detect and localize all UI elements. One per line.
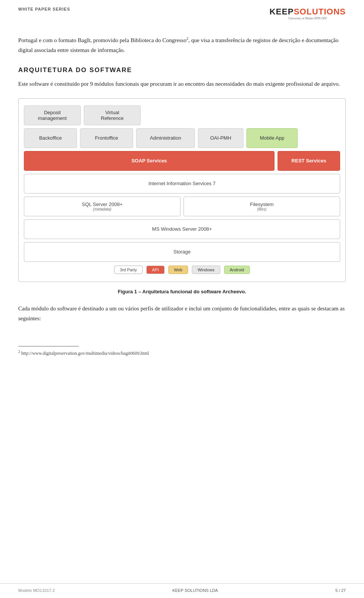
module-iis: Internet Information Services 7 bbox=[24, 174, 340, 194]
legend-api: API bbox=[146, 266, 165, 274]
section-title: Arquitetura do software bbox=[18, 66, 346, 74]
legend-windows: Windows bbox=[192, 266, 220, 274]
diagram-row-7: Storage bbox=[24, 242, 340, 262]
module-backoffice: Backoffice bbox=[24, 128, 77, 148]
fs-subtitle: (files) bbox=[257, 207, 266, 211]
sql-label: SQL Server 2008+ bbox=[82, 201, 123, 207]
logo-solutions: SOLUTIONS bbox=[294, 7, 346, 16]
module-frontoffice: Frontoffice bbox=[80, 128, 133, 148]
module-virtual-reference: VirtualReference bbox=[84, 105, 141, 125]
diagram-row-2: Backoffice Frontoffice Administration OA… bbox=[24, 128, 340, 148]
module-deposit-management: Depositmanagement bbox=[24, 105, 81, 125]
series-label: WHITE PAPER SERIES bbox=[18, 7, 70, 11]
architecture-diagram: Depositmanagement VirtualReference Backo… bbox=[18, 98, 346, 282]
diagram-row-1: Depositmanagement VirtualReference bbox=[24, 105, 340, 125]
footer-company: KEEP SOLUTIONS LDA bbox=[172, 588, 218, 593]
figure-caption: Figura 1 – Arquitetura funcional do soft… bbox=[18, 289, 346, 294]
section-description: Este software é constituído por 9 módulo… bbox=[18, 79, 346, 89]
logo-subtitle: University of Minho SPIN OFF bbox=[270, 17, 346, 20]
module-ms-windows: MS Windows Server 2008+ bbox=[24, 219, 340, 239]
footnote-link-text: http://www.digitalpreservation.gov/multi… bbox=[21, 351, 149, 356]
module-rest-services: REST Services bbox=[278, 151, 340, 171]
module-mobile-app: Mobile App bbox=[246, 128, 298, 148]
module-filesystem: Filesystem (files) bbox=[184, 197, 340, 216]
diagram-row-4: Internet Information Services 7 bbox=[24, 174, 340, 194]
page-header: WHITE PAPER SERIES KEEPSOLUTIONS Univers… bbox=[0, 0, 364, 24]
footer-page: 5 / 27 bbox=[335, 588, 346, 593]
logo-keep: KEEP bbox=[270, 7, 294, 16]
footnote-text: 2 http://www.digitalpreservation.gov/mul… bbox=[18, 349, 346, 356]
module-sql-server: SQL Server 2008+ (metadata) bbox=[24, 197, 180, 216]
diagram-row-5: SQL Server 2008+ (metadata) Filesystem (… bbox=[24, 197, 340, 216]
intro-paragraph: Portugal e com o formato BagIt, promovid… bbox=[18, 35, 346, 55]
fs-label: Filesystem bbox=[250, 201, 273, 207]
logo: KEEPSOLUTIONS University of Minho SPIN O… bbox=[270, 7, 346, 20]
footnote-number: 2 bbox=[18, 349, 20, 354]
footnote-divider bbox=[18, 346, 79, 346]
module-storage: Storage bbox=[24, 242, 340, 262]
legend-3rdparty: 3rd Party bbox=[114, 266, 143, 274]
diagram-row-3: SOAP Services REST Services bbox=[24, 151, 340, 171]
diagram-legend: 3rd Party API Web Windows Android bbox=[24, 266, 340, 274]
main-content: Portugal e com o formato BagIt, promovid… bbox=[0, 24, 364, 583]
figure-caption-text: Figura 1 – Arquitetura funcional do soft… bbox=[118, 289, 246, 294]
module-administration: Administration bbox=[136, 128, 195, 148]
module-oai-pmh: OAI-PMH bbox=[198, 128, 243, 148]
diagram-row-6: MS Windows Server 2008+ bbox=[24, 219, 340, 239]
sql-subtitle: (metadata) bbox=[93, 207, 111, 211]
footnote-section: 2 http://www.digitalpreservation.gov/mul… bbox=[18, 346, 346, 356]
legend-android: Android bbox=[224, 266, 250, 274]
intro-text-before: Portugal e com o formato BagIt, promovid… bbox=[18, 37, 187, 43]
legend-web: Web bbox=[168, 266, 188, 274]
body-paragraph: Cada módulo do software é destinado a um… bbox=[18, 304, 346, 324]
module-soap-services: SOAP Services bbox=[24, 151, 275, 171]
page-footer: Modelo MO11017.2 KEEP SOLUTIONS LDA 5 / … bbox=[0, 583, 364, 598]
footer-model: Modelo MO11017.2 bbox=[18, 588, 55, 593]
